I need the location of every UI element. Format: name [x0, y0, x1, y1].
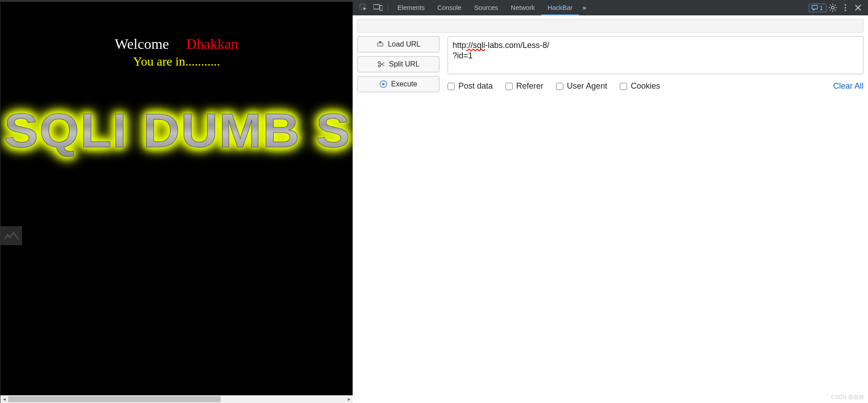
svg-line-9 — [830, 5, 831, 6]
svg-rect-1 — [373, 5, 379, 9]
url-line-2: ?id=1 — [453, 51, 859, 61]
gear-icon[interactable] — [826, 0, 839, 15]
play-icon — [379, 80, 387, 88]
tab-network[interactable]: Network — [505, 0, 541, 15]
kebab-icon[interactable] — [839, 0, 852, 15]
welcome-text: Welcome — [115, 36, 169, 52]
split-url-label: Split URL — [389, 60, 420, 68]
tab-sources[interactable]: Sources — [468, 0, 505, 15]
corner-widget[interactable] — [0, 226, 22, 245]
banner-text: SQLI DUMB S — [4, 104, 351, 158]
user-agent-input[interactable] — [556, 83, 563, 90]
hackbar-buttons: Load URL Split URL Execute — [357, 36, 439, 92]
scroll-left-icon[interactable]: ◄ — [0, 395, 8, 403]
referer-label: Referer — [516, 81, 543, 91]
referer-checkbox[interactable]: Referer — [505, 81, 543, 91]
post-data-input[interactable] — [448, 83, 455, 90]
hackbar-main: Load URL Split URL Execute http://sqli-l… — [353, 36, 868, 92]
scissors-icon — [377, 60, 385, 68]
horizontal-scrollbar[interactable]: ◄ ► — [0, 395, 353, 403]
load-url-icon — [376, 40, 384, 48]
scroll-right-icon[interactable]: ► — [345, 395, 353, 403]
inspect-icon[interactable] — [356, 0, 371, 15]
welcome-line: Welcome Dhakkan — [0, 36, 353, 52]
devtools-panel: Elements Console Sources Network HackBar… — [353, 0, 868, 403]
post-data-label: Post data — [458, 81, 493, 91]
split-url-button[interactable]: Split URL — [357, 56, 439, 72]
clear-all-link[interactable]: Clear All — [833, 81, 863, 91]
svg-point-15 — [844, 9, 846, 11]
hackbar-options: Post data Referer User Agent Cookies C — [448, 81, 863, 91]
post-data-checkbox[interactable]: Post data — [448, 81, 493, 91]
user-agent-label: User Agent — [567, 81, 607, 91]
execute-label: Execute — [391, 80, 417, 88]
svg-rect-20 — [379, 41, 382, 43]
svg-rect-19 — [378, 43, 382, 46]
hackbar-right: http://sqli-labs.com/Less-8/ ?id=1 Post … — [448, 36, 863, 92]
scroll-thumb[interactable] — [8, 396, 221, 402]
messages-badge[interactable]: 1 — [809, 4, 826, 12]
scroll-track[interactable] — [8, 395, 345, 403]
svg-rect-3 — [812, 5, 817, 9]
cookies-checkbox[interactable]: Cookies — [620, 81, 660, 91]
page-viewport: Welcome Dhakkan You are in........... SQ… — [0, 0, 353, 403]
tab-hackbar[interactable]: HackBar — [541, 0, 579, 15]
svg-point-13 — [844, 4, 846, 5]
svg-point-14 — [844, 7, 846, 8]
execute-button[interactable]: Execute — [357, 76, 439, 92]
status-line: You are in........... — [0, 54, 353, 69]
svg-line-11 — [830, 9, 831, 10]
svg-rect-2 — [380, 5, 382, 10]
close-icon[interactable] — [852, 0, 864, 15]
svg-line-23 — [380, 63, 384, 66]
watermark: CSDN @超枝 — [831, 394, 864, 401]
svg-line-10 — [835, 9, 835, 10]
device-toggle-icon[interactable] — [371, 0, 385, 15]
tabs-overflow-icon[interactable]: » — [579, 0, 590, 15]
separator — [388, 3, 388, 12]
cookies-label: Cookies — [631, 81, 660, 91]
mountain-icon — [5, 231, 18, 240]
hackbar-body: Load URL Split URL Execute http://sqli-l… — [353, 15, 868, 403]
dhakkan-text: Dhakkan — [186, 36, 239, 52]
cookies-input[interactable] — [620, 83, 627, 90]
page-content: Welcome Dhakkan You are in........... — [0, 2, 353, 69]
message-icon — [811, 5, 818, 11]
devtools-tabbar: Elements Console Sources Network HackBar… — [353, 0, 868, 15]
load-url-button[interactable]: Load URL — [357, 36, 439, 52]
user-agent-checkbox[interactable]: User Agent — [556, 81, 607, 91]
url-line-1: http://sqli-labs.com/Less-8/ — [453, 40, 859, 51]
svg-line-24 — [380, 62, 384, 66]
referer-input[interactable] — [505, 83, 513, 90]
messages-count: 1 — [820, 5, 823, 11]
svg-line-12 — [835, 5, 835, 6]
tab-elements[interactable]: Elements — [391, 0, 431, 15]
load-url-label: Load URL — [388, 40, 420, 48]
hackbar-toolbar[interactable] — [357, 19, 863, 33]
tab-console[interactable]: Console — [431, 0, 467, 15]
url-input[interactable]: http://sqli-labs.com/Less-8/ ?id=1 — [448, 36, 863, 74]
svg-marker-26 — [382, 83, 385, 86]
svg-point-4 — [831, 6, 834, 9]
